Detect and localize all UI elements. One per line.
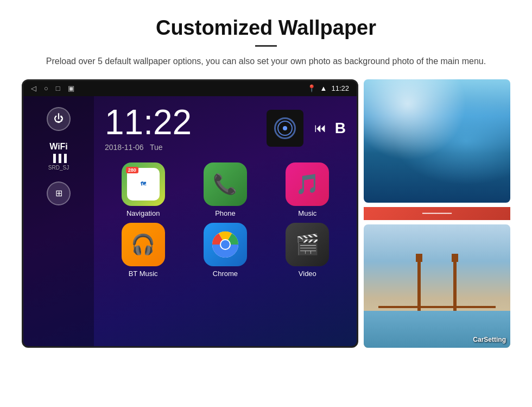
wallpaper-thumbnails: ━━━━━━━━━ CarSetting [364,79,510,348]
antenna-icon-box [267,110,303,147]
app-video-label: Video [299,270,316,278]
wallpaper-strip: ━━━━━━━━━ [364,207,510,220]
power-button[interactable]: ⏻ [47,107,71,131]
wifi-label: WiFi [48,142,69,152]
bridge-tower-right [453,262,457,311]
status-left: ◁ ○ □ ▣ [31,84,74,92]
prev-track-button[interactable]: ⏮ [314,121,326,135]
page-subtitle: Preload over 5 default wallpaper options… [43,54,489,68]
title-section: Customized Wallpaper Preload over 5 defa… [22,16,510,68]
app-navigation[interactable]: 280 🗺 Navigation [105,162,181,217]
location-icon: 📍 [307,84,316,92]
back-icon[interactable]: ◁ [31,84,36,92]
chrome-svg [212,231,239,258]
page-title: Customized Wallpaper [22,16,510,40]
main-content: 11:22 2018-11-06 Tue [94,96,357,346]
app-chrome[interactable]: Chrome [187,223,263,278]
app-bt-music[interactable]: 🎧 BT Music [105,223,181,278]
media-box-container: ⏮ B [267,108,346,149]
wifi-ssid: SRD_SJ [48,165,69,171]
carsetting-label: CarSetting [473,336,506,343]
app-grid: 280 🗺 Navigation 📞 Phone [105,162,346,278]
status-time: 11:22 [331,84,349,92]
wallpaper-thumb-1[interactable] [364,79,510,203]
app-music[interactable]: 🎵 Music [269,162,346,217]
bridge-towers [417,262,457,311]
app-phone[interactable]: 📞 Phone [187,162,263,217]
content-area: ◁ ○ □ ▣ 📍 ▲ 11:22 ⏻ WiFi [22,79,510,348]
media-controls: ⏮ B [314,120,346,137]
phone-icon: 📞 [204,162,247,206]
recents-icon[interactable]: □ [56,84,60,92]
app-bt-music-label: BT Music [129,270,158,278]
app-chrome-label: Chrome [213,270,238,278]
clock-area: 11:22 2018-11-06 Tue [105,105,346,152]
strip-label: ━━━━━━━━━ [422,210,452,216]
nav-badge: 280 [126,167,138,173]
home-icon[interactable]: ○ [44,84,48,92]
bridge-wallpaper [364,224,510,348]
apps-grid-button[interactable]: ⊞ [47,181,71,205]
bt-music-icon: 🎧 [122,223,165,266]
app-navigation-label: Navigation [126,209,160,217]
app-phone-label: Phone [215,209,236,217]
chrome-icon [204,223,247,266]
clock-date: 2018-11-06 Tue [105,143,256,152]
svg-point-2 [221,240,230,249]
wifi-info: WiFi ▐▐▐ SRD_SJ [48,142,69,171]
sidebar: ⏻ WiFi ▐▐▐ SRD_SJ ⊞ [23,96,94,346]
app-video[interactable]: 🎬 Video [269,223,346,278]
antenna-ring-inner [277,121,293,136]
page-wrapper: Customized Wallpaper Preload over 5 defa… [0,0,532,359]
wifi-status-icon: ▲ [320,84,327,92]
navigation-icon: 280 🗺 [122,162,165,206]
clock-time: 11:22 [105,105,256,140]
status-bar: ◁ ○ □ ▣ 📍 ▲ 11:22 [23,81,357,96]
music-icon: 🎵 [286,162,329,206]
status-right: 📍 ▲ 11:22 [307,84,349,92]
media-label-b[interactable]: B [335,120,346,137]
wifi-bars: ▐▐▐ [48,154,69,162]
screen: ⏻ WiFi ▐▐▐ SRD_SJ ⊞ 11:22 [23,96,357,346]
screenshot-icon[interactable]: ▣ [68,84,74,92]
device-mockup: ◁ ○ □ ▣ 📍 ▲ 11:22 ⏻ WiFi [22,79,358,348]
video-icon: 🎬 [286,223,329,266]
clock-display: 11:22 2018-11-06 Tue [105,105,256,152]
wallpaper-thumb-2[interactable]: CarSetting [364,224,510,348]
app-music-label: Music [298,209,316,217]
ice-wallpaper [364,79,510,203]
bridge-tower-left [417,262,421,311]
title-divider [255,45,277,47]
